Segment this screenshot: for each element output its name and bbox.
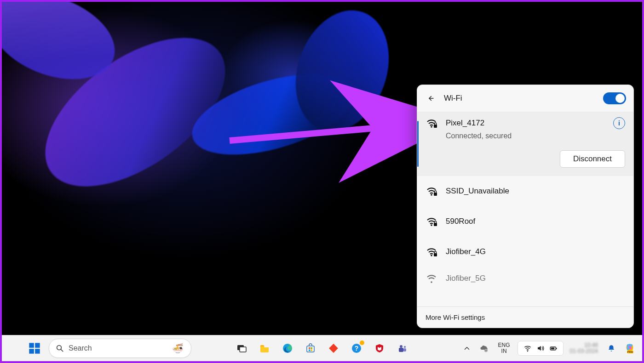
wifi-secured-icon xyxy=(426,186,437,196)
svg-rect-9 xyxy=(434,253,437,256)
edge-browser-button[interactable] xyxy=(278,339,297,358)
taskbar-pinned-apps: ? xyxy=(232,339,412,358)
svg-rect-13 xyxy=(29,349,34,354)
wifi-icon xyxy=(523,344,532,352)
language-region: IN xyxy=(501,348,507,354)
mcafee-shield-icon xyxy=(374,343,385,354)
svg-rect-25 xyxy=(329,344,338,353)
wifi-network-connected[interactable]: Pixel_4172 i Connected, secured Disconne… xyxy=(417,112,633,176)
svg-rect-38 xyxy=(551,348,554,350)
svg-rect-18 xyxy=(240,347,246,352)
battery-icon xyxy=(549,344,558,352)
wifi-network-item[interactable]: 590Roof xyxy=(417,206,633,237)
wifi-network-item-partial[interactable]: Jiofiber_5G xyxy=(417,267,633,284)
svg-point-28 xyxy=(400,345,402,348)
search-placeholder: Search xyxy=(69,344,166,352)
svg-rect-7 xyxy=(434,223,437,226)
svg-text:?: ? xyxy=(355,345,359,352)
wifi-title: Wi-Fi xyxy=(444,94,598,103)
microsoft-store-button[interactable] xyxy=(301,339,320,358)
wifi-flyout-panel: Wi-Fi Pixel_4172 i Connected, secured Di… xyxy=(417,85,634,328)
search-icon xyxy=(56,344,64,352)
start-button[interactable] xyxy=(25,339,44,358)
wifi-network-item[interactable]: Jiofiber_4G xyxy=(417,237,633,267)
svg-text:PRE: PRE xyxy=(627,351,633,353)
wifi-network-name: Pixel_4172 xyxy=(446,119,484,128)
tray-overflow-button[interactable] xyxy=(460,339,473,358)
wifi-network-name: 590Roof xyxy=(446,217,475,226)
wifi-network-name: SSID_Unavailable xyxy=(446,187,509,196)
taskbar-system-tray: ENG IN 10:48 01-03-2024 PRE xyxy=(460,339,638,358)
quick-settings-button[interactable] xyxy=(518,341,564,356)
svg-point-29 xyxy=(404,346,406,348)
onedrive-tray-button[interactable] xyxy=(477,339,491,358)
svg-rect-24 xyxy=(311,350,313,352)
svg-rect-22 xyxy=(311,347,313,349)
svg-rect-34 xyxy=(485,350,487,351)
clock-date: 01-03-2024 xyxy=(570,348,598,354)
language-indicator[interactable]: ENG IN xyxy=(494,342,514,354)
disconnect-button[interactable]: Disconnect xyxy=(560,150,625,168)
svg-rect-3 xyxy=(434,125,437,128)
wifi-secured-icon xyxy=(426,216,437,227)
wifi-flyout-header: Wi-Fi xyxy=(417,85,633,112)
taskbar-clock[interactable]: 10:48 01-03-2024 xyxy=(567,342,601,354)
wifi-network-item[interactable]: SSID_Unavailable xyxy=(417,176,633,206)
svg-rect-23 xyxy=(309,350,310,352)
edge-icon xyxy=(282,343,293,354)
store-icon xyxy=(305,343,316,354)
arrow-left-icon xyxy=(426,94,435,102)
svg-point-35 xyxy=(527,351,528,352)
svg-rect-12 xyxy=(35,343,40,348)
svg-point-6 xyxy=(431,224,432,226)
network-list: Pixel_4172 i Connected, secured Disconne… xyxy=(417,112,633,306)
more-wifi-settings-link[interactable]: More Wi-Fi settings xyxy=(417,306,633,328)
toggle-knob xyxy=(615,94,625,103)
windows-logo-icon xyxy=(28,342,41,355)
volume-icon xyxy=(536,344,545,352)
task-view-button[interactable] xyxy=(232,339,251,358)
search-highlight-icon: 🍜 xyxy=(171,341,184,355)
notification-dot-icon xyxy=(360,340,364,345)
teams-button[interactable] xyxy=(393,339,412,358)
taskbar-search[interactable]: Search 🍜 xyxy=(49,339,191,358)
svg-rect-11 xyxy=(29,343,34,348)
task-view-icon xyxy=(236,343,247,354)
wifi-network-name: Jiofiber_5G xyxy=(446,274,486,283)
folder-icon xyxy=(259,343,270,354)
teams-icon xyxy=(397,343,408,354)
wifi-network-name: Jiofiber_4G xyxy=(446,247,486,256)
svg-point-10 xyxy=(431,281,432,283)
file-explorer-button[interactable] xyxy=(255,339,274,358)
svg-rect-21 xyxy=(309,347,310,349)
bell-icon xyxy=(607,344,615,352)
svg-rect-14 xyxy=(35,349,40,354)
pinned-app-button[interactable] xyxy=(324,339,343,358)
get-help-button[interactable]: ? xyxy=(347,339,366,358)
svg-rect-37 xyxy=(556,348,557,349)
wifi-secured-icon xyxy=(426,118,437,128)
copilot-button[interactable]: PRE xyxy=(622,339,638,358)
svg-rect-30 xyxy=(399,348,403,352)
diamond-icon xyxy=(328,343,339,354)
taskbar: Search 🍜 ? xyxy=(2,335,642,361)
svg-point-2 xyxy=(431,126,432,128)
back-button[interactable] xyxy=(423,91,438,106)
wifi-toggle[interactable] xyxy=(603,92,626,104)
wifi-secured-icon xyxy=(426,273,437,284)
wifi-network-status: Connected, secured xyxy=(446,132,625,140)
chevron-up-icon xyxy=(463,344,471,352)
onedrive-icon xyxy=(480,344,488,352)
svg-point-4 xyxy=(431,194,432,196)
svg-rect-20 xyxy=(307,346,314,352)
svg-rect-5 xyxy=(434,193,437,196)
notifications-button[interactable] xyxy=(604,339,618,358)
wifi-secured-icon xyxy=(426,247,437,257)
svg-rect-31 xyxy=(403,348,406,352)
mcafee-button[interactable] xyxy=(370,339,389,358)
svg-point-8 xyxy=(431,255,432,256)
copilot-icon: PRE xyxy=(624,343,635,354)
network-properties-button[interactable]: i xyxy=(613,117,625,129)
svg-line-16 xyxy=(61,349,63,352)
